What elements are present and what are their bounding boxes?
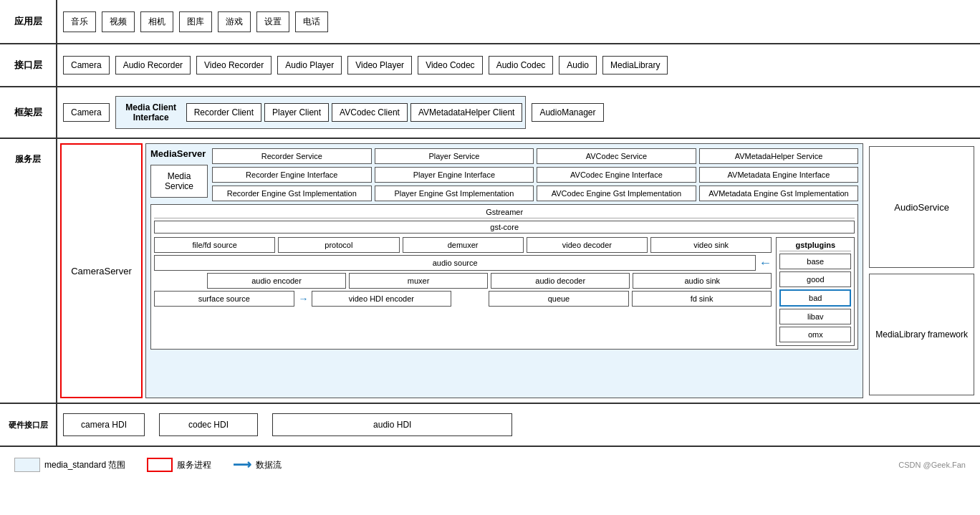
- iface-label: 接口层: [0, 44, 57, 86]
- recorder-engine-gst: Recorder Engine Gst Implementation: [212, 186, 372, 201]
- iface-layer: 接口层 Camera Audio Recorder Video Recorder…: [0, 44, 980, 87]
- footer-text: CSDN @Geek.Fan: [898, 461, 966, 469]
- ms-top: MediaServer MediaService Recorder Servic…: [150, 148, 858, 201]
- media-standard-label: media_standard 范围: [44, 459, 125, 471]
- app-gallery: 图库: [179, 11, 212, 32]
- fw-audio-manager: AudioManager: [532, 103, 603, 122]
- service-process-icon: [147, 458, 173, 472]
- iface-video-player: Video Player: [347, 56, 412, 74]
- app-content: 音乐 视频 相机 图库 游戏 设置 电话: [57, 0, 980, 43]
- player-service: Player Service: [375, 148, 534, 164]
- media-service-box: MediaService: [150, 165, 208, 198]
- iface-video-recorder: Video Recorder: [196, 56, 272, 74]
- plugin-libav: libav: [779, 309, 851, 324]
- audio-sink: audio sink: [633, 273, 772, 289]
- app-settings: 设置: [256, 11, 289, 32]
- app-label: 应用层: [0, 0, 57, 43]
- camera-server-box: CameraServer: [60, 143, 143, 398]
- engine-iface-row: Recorder Engine Interface Player Engine …: [212, 167, 858, 183]
- gstreamer-box: Gstreamer gst-core file/fd source protoc…: [150, 204, 858, 350]
- hw-label: 硬件接口层: [0, 404, 57, 446]
- gst-core-label: gst-core: [154, 221, 855, 234]
- gst-row2: audio source ←: [154, 255, 772, 271]
- iface-audio-recorder: Audio Recorder: [115, 56, 191, 74]
- fw-camera: Camera: [63, 103, 110, 122]
- gst-row1: file/fd source protocol demuxer video de…: [154, 237, 772, 253]
- svc-content: CameraServer MediaServer MediaService: [57, 139, 980, 403]
- app-game: 游戏: [218, 11, 251, 32]
- legend: media_standard 范围 服务进程 ⟶ 数据流 CSDN @Geek.…: [0, 447, 980, 483]
- legend-data-flow: ⟶ 数据流: [233, 457, 282, 473]
- iface-camera: Camera: [63, 56, 110, 74]
- protocol: protocol: [278, 237, 399, 253]
- legend-media-standard: media_standard 范围: [14, 458, 125, 472]
- fw-label: 框架层: [0, 87, 57, 138]
- iface-video-codec: Video Codec: [418, 56, 483, 74]
- audio-decoder: audio decoder: [491, 273, 630, 289]
- player-engine-iface: Player Engine Interface: [375, 167, 534, 183]
- hw-audio-hdi: audio HDI: [272, 413, 512, 436]
- plugin-good: good: [779, 271, 851, 287]
- fw-avmetadata-client: AVMetadataHelper Client: [410, 103, 523, 122]
- gst-left: file/fd source protocol demuxer video de…: [154, 237, 772, 346]
- video-sink: video sink: [650, 237, 772, 253]
- avcodec-engine-gst: AVCodec Engine Gst Implementation: [537, 186, 696, 201]
- plugin-bad: bad: [779, 289, 851, 307]
- data-flow-arrow-icon: ⟶: [233, 457, 251, 473]
- gstreamer-label: Gstreamer: [154, 208, 855, 218]
- avmetadata-service: AVMetadaHelper Service: [699, 148, 859, 164]
- plugin-base: base: [779, 254, 851, 269]
- surface-arrow-icon: →: [299, 293, 309, 304]
- iface-content: Camera Audio Recorder Video Recorder Aud…: [57, 44, 980, 86]
- gst-row3: audio encoder muxer audio decoder audio …: [154, 273, 772, 289]
- fw-content: Camera Media Client Interface Recorder C…: [57, 87, 980, 138]
- avmetadata-engine-gst: AVMetadata Engine Gst Implementation: [699, 186, 859, 201]
- ms-right: Recorder Service Player Service AVCodec …: [212, 148, 858, 201]
- gst-content: file/fd source protocol demuxer video de…: [154, 237, 855, 346]
- iface-audio-player: Audio Player: [277, 56, 342, 74]
- media-library-box: MediaLibrary framework: [869, 274, 974, 395]
- demuxer: demuxer: [403, 237, 524, 253]
- file-fd-source: file/fd source: [154, 237, 275, 253]
- recorder-engine-iface: Recorder Engine Interface: [212, 167, 372, 183]
- avcodec-service: AVCodec Service: [537, 148, 696, 164]
- app-phone: 电话: [295, 11, 328, 32]
- hw-camera-hdi: camera HDI: [63, 413, 145, 436]
- right-services: AudioService MediaLibrary framework: [866, 143, 977, 398]
- app-music: 音乐: [63, 11, 96, 32]
- main-container: 应用层 音乐 视频 相机 图库 游戏 设置 电话 接口层 Camera Audi…: [0, 0, 980, 483]
- svc-label: 服务层: [0, 139, 57, 403]
- app-video: 视频: [102, 11, 135, 32]
- left-arrow-icon: ←: [759, 256, 772, 271]
- app-camera: 相机: [140, 11, 173, 32]
- media-client-interface-label: Media Client Interface: [119, 100, 183, 125]
- queue: queue: [489, 291, 629, 307]
- hw-layer: 硬件接口层 camera HDI codec HDI audio HDI: [0, 404, 980, 447]
- recorder-service: Recorder Service: [212, 148, 372, 164]
- gstplugins-label: gstplugins: [779, 241, 851, 251]
- gstplugins-box: gstplugins base good bad libav omx: [776, 237, 855, 346]
- app-layer: 应用层 音乐 视频 相机 图库 游戏 设置 电话: [0, 0, 980, 44]
- legend-service-process: 服务进程: [147, 458, 211, 472]
- avmetadata-engine-iface: AVMetadata Engine Interface: [699, 167, 859, 183]
- engine-gst-row: Recorder Engine Gst Implementation Playe…: [212, 186, 858, 201]
- service-process-label: 服务进程: [177, 459, 211, 471]
- avcodec-engine-iface: AVCodec Engine Interface: [537, 167, 696, 183]
- media-standard-icon: [14, 458, 40, 472]
- fw-player-client: Player Client: [264, 103, 329, 122]
- data-flow-label: 数据流: [256, 459, 282, 471]
- fw-avcodec-client: AVCodec Client: [332, 103, 408, 122]
- audio-source: audio source: [154, 255, 756, 271]
- fd-sink: fd sink: [632, 291, 772, 307]
- fw-layer: 框架层 Camera Media Client Interface Record…: [0, 87, 980, 139]
- ms-left: MediaServer MediaService: [150, 148, 208, 198]
- gst-row4: surface source → video HDI encoder queue…: [154, 291, 772, 307]
- media-server-area: MediaServer MediaService Recorder Servic…: [145, 143, 863, 398]
- video-decoder: video decoder: [527, 237, 648, 253]
- muxer: muxer: [349, 273, 488, 289]
- ms-label: MediaServer: [150, 148, 208, 159]
- player-engine-gst: Player Engine Gst Implementation: [375, 186, 534, 201]
- svc-layer: 服务层 CameraServer MediaServer MediaServic…: [0, 139, 980, 404]
- iface-media-library: MediaLibrary: [602, 56, 668, 74]
- iface-audio: Audio: [559, 56, 597, 74]
